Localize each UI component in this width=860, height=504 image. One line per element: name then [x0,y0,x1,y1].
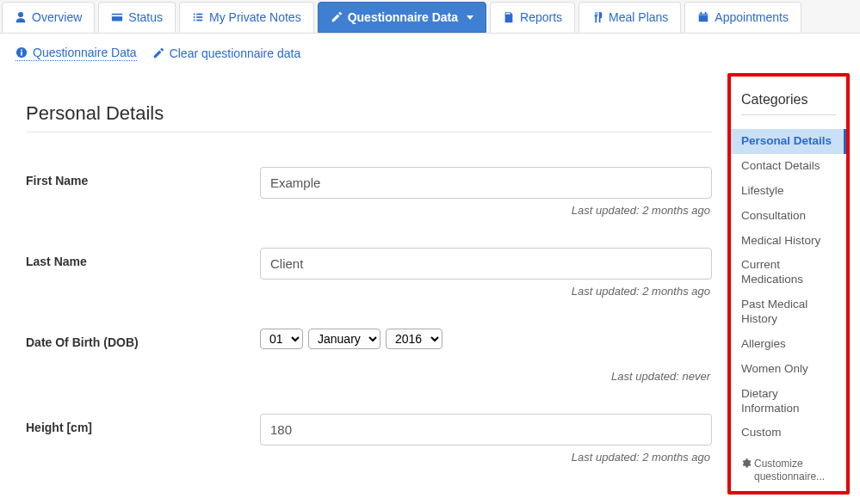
section-divider [26,132,712,132]
tab-label: Status [128,10,163,24]
svg-rect-5 [196,16,202,18]
svg-rect-7 [196,20,202,22]
category-dietary-information[interactable]: Dietary Information [731,382,846,421]
tab-questionnaire[interactable]: Questionnaire Data [318,2,486,33]
tab-appointments[interactable]: Appointments [684,2,801,33]
svg-rect-2 [194,14,195,15]
svg-rect-14 [21,50,22,52]
tab-label: Questionnaire Data [348,10,458,24]
last-name-input[interactable] [260,248,712,280]
first-name-input[interactable] [260,167,712,199]
categories-list: Personal Details Contact Details Lifesty… [731,129,846,446]
field-last-name: Last Name Last updated: 2 months ago [26,248,712,313]
sub-bar: Questionnaire Data Clear questionnaire d… [0,34,860,68]
list-icon [192,11,204,23]
file-icon [503,11,515,23]
updated-first-name: Last updated: 2 months ago [260,204,710,217]
tab-overview[interactable]: Overview [2,2,95,33]
chevron-down-icon [467,15,473,20]
updated-height: Last updated: 2 months ago [260,451,710,464]
utensils-icon [591,11,603,23]
page-body: Personal Details First Name Last updated… [0,68,860,504]
category-women-only[interactable]: Women Only [731,357,846,382]
customize-questionnaire-link[interactable]: Customize questionnaire... [741,458,836,482]
category-allergies[interactable]: Allergies [731,332,846,357]
category-past-medical-history[interactable]: Past Medical History [731,292,846,332]
height-input[interactable] [260,414,712,446]
svg-rect-13 [21,52,22,55]
svg-rect-6 [194,20,195,22]
gear-icon [741,458,751,468]
category-current-medications[interactable]: Current Medications [731,253,846,292]
tab-label: Meal Plans [609,10,668,24]
edit-icon [331,11,343,23]
label-last-name: Last Name [26,248,260,268]
svg-rect-11 [705,12,707,15]
tab-label: Appointments [715,10,789,24]
section-title: Personal Details [26,102,712,125]
sublink-label: Clear questionnaire data [170,46,301,60]
tab-label: My Private Notes [209,10,301,24]
svg-rect-10 [701,12,702,15]
tab-label: Overview [32,10,82,24]
card-icon [111,11,123,23]
label-first-name: First Name [26,167,260,187]
field-first-name: First Name Last updated: 2 months ago [26,167,712,232]
pencil-icon [152,47,164,59]
sublink-label: Questionnaire Data [33,46,137,59]
category-medical-history[interactable]: Medical History [731,229,846,254]
updated-last-name: Last updated: 2 months ago [260,285,710,298]
clear-data-link[interactable]: Clear questionnaire data [152,46,301,61]
svg-rect-3 [196,14,202,15]
category-consultation[interactable]: Consultation [731,204,846,229]
category-personal-details[interactable]: Personal Details [731,129,846,154]
dob-day-select[interactable]: 01 [260,329,303,349]
category-contact-details[interactable]: Contact Details [731,154,846,179]
field-height: Height [cm] Last updated: 2 months ago [26,414,712,479]
dob-month-select[interactable]: January [308,329,381,349]
svg-rect-9 [699,14,708,16]
svg-rect-4 [194,16,195,18]
updated-dob: Last updated: never [260,370,710,383]
category-custom[interactable]: Custom [731,421,846,446]
svg-rect-1 [112,15,122,16]
questionnaire-data-link[interactable]: Questionnaire Data [15,46,137,61]
tab-label: Reports [520,10,562,24]
tab-notes[interactable]: My Private Notes [179,2,314,33]
label-height: Height [cm] [26,414,260,434]
label-dob: Date Of Birth (DOB) [26,329,260,349]
dob-year-select[interactable]: 2016 [386,329,442,349]
svg-rect-0 [112,14,122,22]
field-dob: Date Of Birth (DOB) 01 January 2016 Last… [26,329,712,398]
categories-panel: Categories Personal Details Contact Deta… [727,73,850,495]
tab-meals[interactable]: Meal Plans [578,2,681,33]
tab-status[interactable]: Status [98,2,176,33]
tab-reports[interactable]: Reports [490,2,575,33]
tab-bar: Overview Status My Private Notes Questio… [0,0,860,34]
user-icon [15,11,27,23]
calendar-icon [697,11,709,23]
customize-label: Customize questionnaire... [754,458,836,482]
category-lifestyle[interactable]: Lifestyle [731,179,846,204]
main-content: Personal Details First Name Last updated… [10,73,722,495]
info-icon [15,46,28,58]
categories-title: Categories [741,92,836,115]
